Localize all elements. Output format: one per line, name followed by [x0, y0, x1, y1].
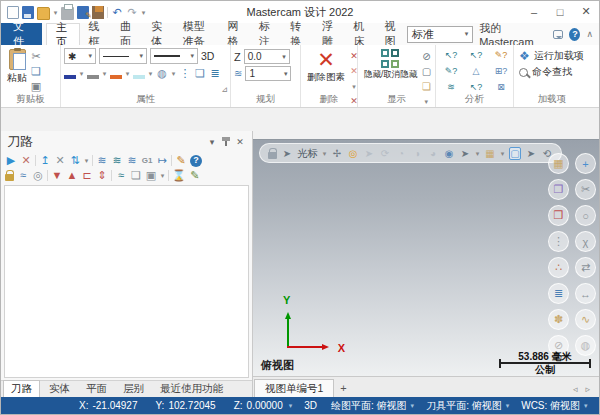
close-button[interactable]: ✕	[573, 1, 599, 22]
tab-drafting[interactable]: 标注	[250, 23, 281, 45]
line-style-combo[interactable]	[99, 48, 147, 64]
open-folder-icon[interactable]	[37, 7, 50, 20]
close-icon[interactable]: ✕	[234, 136, 246, 149]
caret[interactable]: ▾	[475, 147, 480, 160]
tab-surfaces[interactable]: 曲面	[111, 23, 142, 45]
panel-tab-planes[interactable]: 平面	[79, 381, 114, 397]
lock-icon[interactable]	[268, 152, 277, 159]
tab-file[interactable]: 文件	[1, 23, 42, 45]
send-machine-icon[interactable]: ↦	[156, 154, 168, 167]
help-icon[interactable]: ?	[190, 155, 202, 167]
delete-entities-button[interactable]: ✕ 删除图素	[304, 48, 348, 94]
z-depth-input[interactable]: 0.0	[244, 49, 290, 64]
open-caret[interactable]: ▾	[53, 6, 58, 19]
collapse-ribbon-icon[interactable]: ∧	[586, 29, 593, 39]
redo-icon[interactable]: ↷	[126, 6, 138, 19]
panel-tab-solids[interactable]: 实体	[42, 381, 77, 397]
screenshot-icon[interactable]: ▣	[30, 80, 42, 93]
g1-post-icon[interactable]: G1	[141, 154, 153, 167]
undo-icon[interactable]: ↶	[111, 6, 123, 19]
caret[interactable]: ▾	[352, 80, 357, 93]
transparency-swatch[interactable]	[133, 73, 145, 79]
tab-view[interactable]: 视图	[376, 23, 407, 45]
hourglass-icon[interactable]: ⌛	[172, 169, 186, 182]
curve-icon[interactable]: ∿	[575, 309, 596, 330]
prev-sheet-icon[interactable]: ◃	[573, 384, 578, 394]
spline-icon[interactable]: χ	[575, 231, 596, 252]
point-color-swatch[interactable]	[87, 73, 99, 79]
select-toolpath-icon[interactable]: ≈	[115, 169, 127, 182]
regen-selected-icon[interactable]: ↥	[39, 154, 51, 167]
maximize-button[interactable]: □	[547, 1, 573, 22]
scatter-icon[interactable]: ∴	[548, 257, 569, 278]
tplane-caret-icon[interactable]: ▾	[506, 402, 510, 410]
analyze-entity-icon[interactable]: ↖?	[439, 49, 463, 62]
tplane-selector[interactable]: 刀具平面: 俯视图	[426, 399, 502, 413]
hide-unhide-button[interactable]: 隐藏/取消隐藏	[361, 48, 420, 94]
add-viewsheet-button[interactable]: +	[334, 379, 352, 397]
cplane-selector[interactable]: 绘图平面: 俯视图	[331, 399, 407, 413]
analyze-distance-icon[interactable]: ↖?	[464, 49, 488, 62]
wcs-caret-icon[interactable]: ▾	[584, 402, 588, 410]
caret[interactable]: ▾	[125, 67, 130, 80]
dimension-icon[interactable]: ↔	[575, 283, 596, 304]
analyze-chain-icon[interactable]: ⊞?	[489, 65, 513, 78]
help-icon[interactable]: ?	[569, 28, 580, 41]
level-input[interactable]: 1	[245, 66, 291, 81]
save-as-icon[interactable]	[77, 6, 89, 19]
panel-tab-toolpaths[interactable]: 刀路	[3, 380, 40, 397]
scroll-insert-icon[interactable]: ⇕	[96, 169, 108, 182]
tab-home[interactable]: 主页	[46, 23, 79, 45]
z-caret-icon[interactable]: ▾	[289, 402, 293, 410]
match-attributes-icon[interactable]: ❏	[194, 67, 206, 80]
cut-icon[interactable]: ✂	[30, 50, 42, 63]
layers-icon[interactable]: ≣	[548, 283, 569, 304]
grid-icon[interactable]: ▦	[484, 147, 496, 160]
squares-purple-icon[interactable]: ❐	[548, 179, 569, 200]
command-find-button[interactable]: 命令查找	[517, 64, 587, 80]
pin-icon[interactable]	[225, 138, 227, 146]
circle-icon[interactable]: ○	[575, 205, 596, 226]
axes-icon[interactable]: ✢	[331, 147, 343, 160]
tab-model-prep[interactable]: 模型准备	[174, 23, 219, 45]
caret[interactable]: ▾	[171, 67, 176, 80]
caret[interactable]: ▾	[160, 169, 165, 182]
viewsheet-tab[interactable]: 视图单编号1	[254, 379, 334, 397]
tab-wireframe[interactable]: 线框	[80, 23, 111, 45]
cplane-caret-icon[interactable]: ▾	[411, 402, 415, 410]
material-swatch[interactable]	[110, 73, 122, 79]
caret[interactable]: ▾	[148, 67, 153, 80]
cursor-select-icon[interactable]: ➤	[459, 147, 471, 160]
globe-icon[interactable]: ◍	[156, 67, 168, 80]
paste-button[interactable]: 粘贴	[4, 48, 30, 94]
flag-icon[interactable]	[92, 6, 104, 19]
squares-red-icon[interactable]: ❒	[548, 205, 569, 226]
2d3d-toggle[interactable]: 3D	[201, 50, 214, 62]
caret[interactable]: ▾	[84, 154, 89, 167]
arrow-icon[interactable]: ➤	[363, 147, 375, 160]
simulate-icon[interactable]: ≋	[126, 154, 138, 167]
tab-solids[interactable]: 实体	[142, 23, 173, 45]
transform-icon[interactable]: ⇄	[575, 257, 596, 278]
run-addin-button[interactable]: ❖ 运行加载项	[517, 48, 587, 64]
origin-icon[interactable]: ◎	[347, 147, 359, 160]
edit-icon[interactable]: ✎	[189, 169, 201, 182]
sphere-quarter-icon[interactable]: ◔	[395, 147, 407, 160]
line-width-combo[interactable]	[150, 48, 198, 64]
2d3d-mode-toggle[interactable]: 3D	[304, 400, 317, 411]
shaded-globe-icon[interactable]: ◉	[443, 147, 455, 160]
unselect-all-icon[interactable]: ✕	[20, 154, 32, 167]
feedback-bubble-icon[interactable]	[553, 30, 564, 39]
toggle-rapid-icon[interactable]: ◎	[32, 169, 44, 182]
sphere-half-icon[interactable]: ◑	[411, 147, 423, 160]
caret[interactable]: ▾	[79, 67, 84, 80]
line-color-swatch[interactable]	[64, 73, 76, 79]
move-down-icon[interactable]: ▼	[51, 169, 63, 182]
verify-icon[interactable]: ≋	[111, 154, 123, 167]
tab-machine[interactable]: 机床	[344, 23, 375, 45]
caret[interactable]: ▾	[500, 147, 505, 160]
graphics-canvas[interactable]: ➤光标▾✢◎➤⟳◔◑◕◉➤▾▦▾▢➤⟲ ▦+❐✂❒○⋮χ∴⇄≣↔✽∿⊘◍ Y X…	[253, 139, 599, 376]
copy-ops-icon[interactable]: ❏	[130, 169, 142, 182]
blank-display-icon[interactable]: ⊘	[420, 50, 432, 63]
edit-toolpath-icon[interactable]: ✎	[175, 154, 187, 167]
